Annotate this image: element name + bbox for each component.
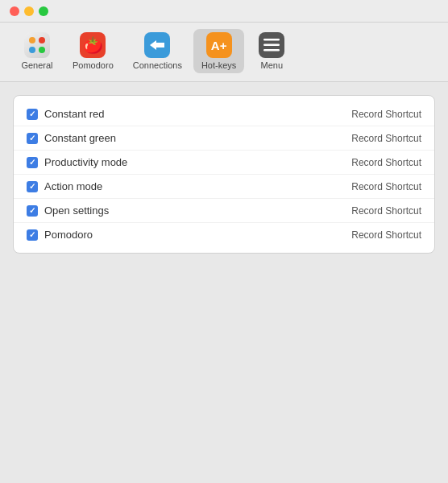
toolbar: General🍅Pomodoro ConnectionsA+Hot-keys M… — [0, 23, 448, 82]
shortcut-checkbox-4[interactable] — [27, 205, 38, 217]
close-button[interactable] — [10, 6, 19, 16]
toolbar-item-general[interactable]: General — [13, 29, 61, 73]
toolbar-item-hotkeys[interactable]: A+Hot-keys — [193, 29, 244, 73]
svg-point-0 — [29, 37, 35, 43]
toolbar-item-pomodoro[interactable]: 🍅Pomodoro — [64, 29, 122, 73]
hotkeys-icon: A+ — [206, 32, 232, 58]
toolbar-label-pomodoro: Pomodoro — [73, 60, 114, 70]
window-controls — [10, 6, 48, 16]
shortcut-checkbox-1[interactable] — [27, 133, 38, 144]
shortcut-left-0: Constant red — [27, 108, 104, 120]
shortcut-row: Constant redRecord Shortcut — [14, 102, 434, 126]
minimize-button[interactable] — [24, 6, 34, 16]
shortcut-row: Constant greenRecord Shortcut — [14, 126, 434, 151]
shortcut-name-4: Open settings — [44, 204, 109, 217]
shortcut-name-0: Constant red — [44, 108, 104, 120]
toolbar-label-general: General — [21, 60, 52, 70]
shortcut-name-5: Pomodoro — [44, 229, 93, 241]
shortcut-checkbox-0[interactable] — [27, 109, 38, 120]
shortcut-name-3: Action mode — [44, 180, 102, 192]
svg-rect-5 — [263, 44, 280, 47]
shortcut-row: Action modeRecord Shortcut — [14, 175, 434, 199]
toolbar-label-menu: Menu — [261, 60, 284, 70]
shortcut-row: PomodoroRecord Shortcut — [14, 223, 434, 246]
shortcut-name-1: Constant green — [44, 132, 116, 144]
general-icon — [24, 32, 50, 58]
connections-icon — [144, 32, 170, 58]
shortcut-row: Productivity modeRecord Shortcut — [14, 151, 434, 175]
toolbar-label-hotkeys: Hot-keys — [201, 60, 236, 70]
svg-point-1 — [39, 37, 45, 43]
shortcut-name-2: Productivity mode — [44, 156, 127, 168]
toolbar-item-connections[interactable]: Connections — [125, 29, 190, 73]
record-shortcut-button-3[interactable]: Record Shortcut — [351, 181, 421, 192]
shortcut-left-4: Open settings — [27, 204, 109, 217]
maximize-button[interactable] — [39, 6, 48, 16]
title-bar — [0, 0, 448, 23]
shortcut-left-5: Pomodoro — [27, 229, 93, 241]
menu-icon — [259, 32, 284, 58]
shortcut-left-1: Constant green — [27, 132, 116, 144]
pomodoro-icon: 🍅 — [80, 32, 106, 58]
toolbar-item-menu[interactable]: Menu — [247, 29, 296, 73]
svg-point-2 — [29, 47, 35, 53]
shortcut-checkbox-3[interactable] — [27, 181, 38, 192]
record-shortcut-button-2[interactable]: Record Shortcut — [351, 157, 421, 168]
shortcut-left-3: Action mode — [27, 180, 102, 192]
content: Constant redRecord ShortcutConstant gree… — [0, 82, 448, 266]
svg-point-3 — [39, 47, 45, 53]
toolbar-label-connections: Connections — [133, 60, 182, 70]
record-shortcut-button-1[interactable]: Record Shortcut — [351, 133, 421, 144]
svg-rect-4 — [263, 39, 280, 41]
shortcut-checkbox-5[interactable] — [27, 229, 38, 241]
shortcut-left-2: Productivity mode — [27, 156, 127, 168]
record-shortcut-button-0[interactable]: Record Shortcut — [351, 109, 421, 120]
shortcuts-panel: Constant redRecord ShortcutConstant gree… — [13, 95, 435, 254]
shortcut-row: Open settingsRecord Shortcut — [14, 199, 434, 223]
record-shortcut-button-4[interactable]: Record Shortcut — [351, 205, 421, 217]
svg-rect-6 — [263, 49, 280, 52]
shortcut-checkbox-2[interactable] — [27, 157, 38, 168]
record-shortcut-button-5[interactable]: Record Shortcut — [351, 229, 421, 241]
